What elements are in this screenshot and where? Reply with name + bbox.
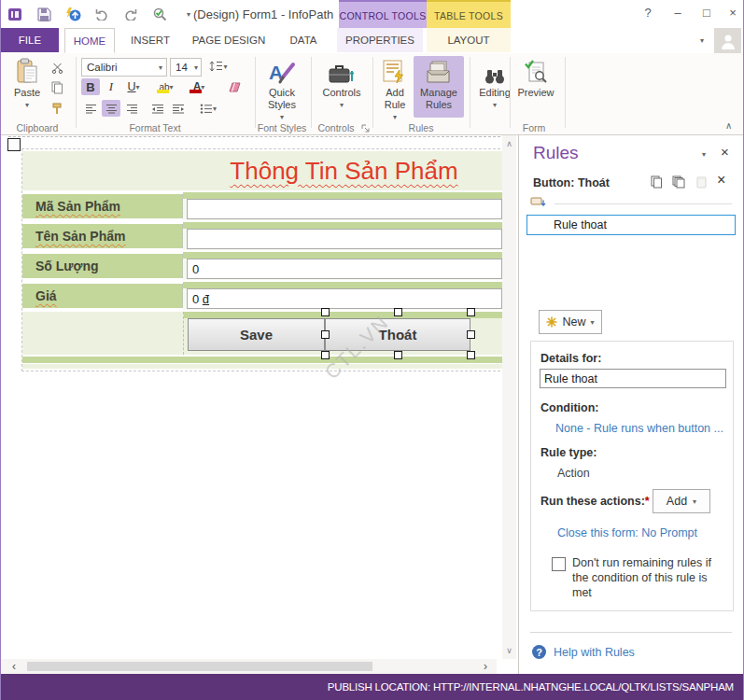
- scroll-down-icon[interactable]: ∨: [506, 646, 512, 655]
- selection-handle[interactable]: [467, 308, 475, 316]
- controls-button[interactable]: Controls ▾: [318, 56, 365, 111]
- text-field-ma-san-pham[interactable]: [187, 199, 502, 219]
- paste-button[interactable]: Paste ▾: [8, 56, 46, 111]
- ribbon-options-caret[interactable]: ▾: [695, 28, 709, 52]
- font-color-button[interactable]: A ▾: [186, 78, 212, 95]
- scrollbar-thumb[interactable]: [27, 662, 372, 671]
- table-row[interactable]: Giá 0 đ: [22, 282, 504, 310]
- row-label: Tên Sản Phẩm: [22, 224, 183, 248]
- preview-icon: [525, 56, 547, 84]
- manage-rules-button[interactable]: Manage Rules: [414, 56, 464, 118]
- copy-all-rules-icon[interactable]: [670, 174, 687, 190]
- rule-list-item-selected[interactable]: Rule thoat: [526, 215, 736, 235]
- scroll-right-icon[interactable]: ›: [484, 660, 487, 673]
- italic-button[interactable]: I: [102, 78, 120, 95]
- action-link[interactable]: Close this form: No Prompt: [557, 526, 697, 539]
- form-title-row[interactable]: Thông Tin Sản Phẩm: [22, 151, 504, 190]
- collapse-ribbon-icon[interactable]: ∧: [725, 120, 732, 131]
- tab-properties[interactable]: PROPERTIES: [337, 28, 423, 52]
- maximize-button[interactable]: □: [696, 6, 717, 20]
- cut-icon[interactable]: [48, 59, 66, 76]
- format-text-group-label: Format Text: [94, 122, 216, 133]
- selection-handle[interactable]: [321, 351, 330, 359]
- contextual-tab-control-tools[interactable]: CONTROL TOOLS: [339, 0, 427, 29]
- minimize-button[interactable]: –: [667, 6, 688, 20]
- tab-data[interactable]: DATA: [279, 28, 328, 52]
- new-rule-caret: ▾: [591, 318, 595, 327]
- format-painter-icon[interactable]: [48, 100, 66, 117]
- form-layout-table[interactable]: Thông Tin Sản Phẩm Mã Sản Phẩm Tên Sản P…: [21, 148, 505, 371]
- new-rule-button[interactable]: New ▾: [539, 310, 602, 334]
- contextual-tab-table-tools[interactable]: TABLE TOOLS: [427, 0, 511, 29]
- table-row[interactable]: Mã Sản Phẩm: [22, 192, 504, 220]
- delete-rule-icon[interactable]: ×: [717, 172, 725, 189]
- selection-handle[interactable]: [467, 351, 475, 359]
- scroll-left-icon[interactable]: ‹: [12, 660, 16, 673]
- font-color-bar: [190, 90, 202, 93]
- tab-layout[interactable]: LAYOUT: [427, 28, 511, 52]
- selection-handle[interactable]: [321, 330, 330, 339]
- text-field-ten-san-pham[interactable]: [187, 229, 502, 249]
- text-field-gia[interactable]: 0 đ: [187, 288, 502, 309]
- align-right-icon[interactable]: [122, 100, 141, 117]
- underline-button[interactable]: U▾: [121, 78, 146, 95]
- redo-icon[interactable]: [122, 6, 139, 22]
- help-with-rules[interactable]: ? Help with Rules: [532, 645, 635, 659]
- table-row[interactable]: Tên Sản Phẩm: [22, 222, 504, 250]
- vertical-scrollbar[interactable]: ∧ ∨: [502, 135, 516, 659]
- design-checker-icon[interactable]: [151, 6, 168, 22]
- tab-home[interactable]: HOME: [64, 28, 115, 53]
- align-center-icon[interactable]: [102, 100, 120, 117]
- horizontal-scrollbar[interactable]: ‹ ›: [1, 659, 497, 674]
- stop-rules-checkbox[interactable]: [552, 557, 566, 571]
- add-rule-icon: [383, 56, 407, 84]
- close-button[interactable]: ×: [723, 6, 743, 20]
- controls-dialog-launcher-icon[interactable]: [361, 124, 370, 133]
- add-action-button[interactable]: Add ▾: [653, 489, 710, 513]
- font-name-combo[interactable]: Calibri▾: [81, 58, 167, 77]
- selection-handle[interactable]: [467, 330, 475, 339]
- pane-close-icon[interactable]: ×: [721, 144, 729, 160]
- bullets-icon[interactable]: ▾: [195, 100, 221, 117]
- increase-indent-icon[interactable]: [169, 100, 188, 117]
- align-left-icon[interactable]: [81, 100, 100, 117]
- undo-icon[interactable]: [93, 6, 110, 22]
- tab-file[interactable]: FILE: [1, 28, 59, 52]
- condition-link[interactable]: None - Rule runs when button ...: [555, 422, 723, 435]
- tab-page-design[interactable]: PAGE DESIGN: [186, 28, 272, 52]
- pane-options-caret[interactable]: ▾: [702, 150, 706, 159]
- selection-handle[interactable]: [394, 351, 402, 359]
- add-rule-button[interactable]: Add Rule ▾: [378, 56, 412, 123]
- pane-divider: [530, 632, 732, 633]
- paste-rule-icon[interactable]: [694, 174, 710, 190]
- clear-formatting-icon[interactable]: [225, 78, 244, 95]
- table-top-dashed-border: [8, 136, 505, 137]
- table-select-handle[interactable]: [7, 138, 21, 151]
- highlight-color-button[interactable]: ab ▾: [153, 78, 179, 95]
- selection-handle[interactable]: [321, 308, 330, 316]
- controls-toolbox-icon: [329, 56, 355, 84]
- rule-name-input[interactable]: Rule thoat: [540, 369, 726, 388]
- copy-icon[interactable]: [48, 79, 66, 96]
- font-size-combo[interactable]: 14▾: [170, 58, 202, 77]
- quick-styles-button[interactable]: A Quick Styles ▾: [260, 56, 303, 123]
- tab-insert[interactable]: INSERT: [122, 28, 178, 52]
- scroll-up-icon[interactable]: ∧: [506, 139, 512, 148]
- quick-publish-icon[interactable]: [64, 6, 81, 22]
- text-field-so-luong[interactable]: 0: [187, 259, 502, 279]
- line-spacing-icon[interactable]: ▾: [206, 58, 231, 75]
- selection-handle[interactable]: [394, 308, 402, 316]
- preview-button[interactable]: Preview: [512, 56, 559, 99]
- user-avatar[interactable]: [714, 28, 741, 53]
- bold-button[interactable]: B: [81, 78, 100, 95]
- button-row-spacer: [22, 312, 184, 355]
- save-icon[interactable]: [35, 6, 52, 22]
- table-row[interactable]: Số Lượng 0: [22, 252, 504, 280]
- copy-rule-icon[interactable]: [648, 174, 665, 190]
- help-button[interactable]: ?: [638, 6, 658, 20]
- design-canvas[interactable]: Thông Tin Sản Phẩm Mã Sản Phẩm Tên Sản P…: [1, 135, 518, 674]
- save-button[interactable]: Save: [188, 318, 325, 351]
- form-title[interactable]: Thông Tin Sản Phẩm: [184, 157, 504, 186]
- decrease-indent-icon[interactable]: [148, 100, 167, 117]
- infopath-app-icon[interactable]: [7, 6, 23, 22]
